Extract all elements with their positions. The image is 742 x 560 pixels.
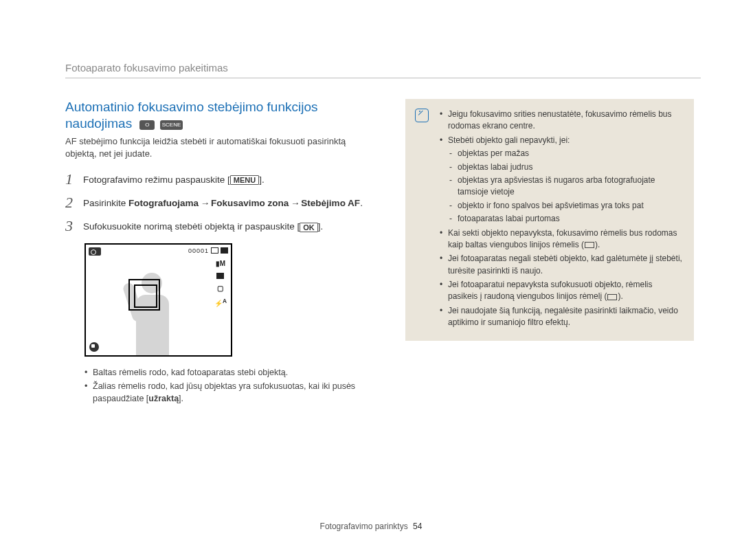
camera-mode-icon: [89, 247, 101, 256]
camera-stabilizer-icon: [89, 342, 99, 352]
note-item: Jeigu fokusavimo srities nenustatėte, fo…: [440, 109, 683, 133]
note-subitem: fotoaparatas labai purtomas: [448, 213, 683, 225]
camera-size-icon: ▮M: [216, 260, 225, 267]
note-item: Kai sekti objekto nepavyksta, fokusavimo…: [440, 227, 683, 251]
camera-focus-square: [128, 279, 160, 311]
sub-bullets: Baltas rėmelis rodo, kad fotoaparatas st…: [85, 366, 378, 405]
note-subitem: objektas yra apšviestas iš nugaros arba …: [448, 175, 683, 199]
camera-card-icon: [211, 247, 218, 254]
page-section-header: Fotoaparato fokusavimo pakeitimas: [65, 62, 701, 78]
note-icon: [415, 109, 429, 122]
note-item: Jei fotoaparatas negali stebėti objekto,…: [440, 253, 683, 277]
note-subitem: objekto ir fono spalvos bei apšvietimas …: [448, 200, 683, 212]
section-title: Automatinio fokusavimo stebėjimo funkcij…: [65, 99, 378, 133]
mode-badge-2: SCENE: [160, 120, 183, 130]
ok-button-icon: OK: [300, 223, 318, 232]
note-sublist: objektas per mažas objektas labai judrus…: [448, 148, 683, 225]
camera-shot-counter: 00001: [188, 247, 209, 254]
step-text: Sufokusuokite norimą stebėti objektą ir …: [83, 218, 323, 234]
menu-button-icon: MENU: [230, 175, 259, 185]
note-list: Jeigu fokusavimo srities nenustatėte, fo…: [440, 109, 683, 329]
left-column: Automatinio fokusavimo stebėjimo funkcij…: [65, 99, 378, 406]
right-column: Jeigu fokusavimo srities nenustatėte, fo…: [405, 99, 694, 406]
note-item: Jei naudojate šią funkciją, negalėsite p…: [440, 305, 683, 329]
step-text: Pasirinkite Fotografuojama → Fokusavimo …: [83, 194, 363, 210]
sub-bullet: Baltas rėmelis rodo, kad fotoaparatas st…: [85, 366, 378, 379]
mode-badge-1: O: [139, 120, 155, 130]
intro-text: AF stebėjimo funkcija leidžia stebėti ir…: [65, 135, 378, 160]
step-3: 3 Sufokusuokite norimą stebėti objektą i…: [65, 218, 378, 234]
steps-list: 1 Fotografavimo režimu paspauskite [MENU…: [65, 171, 378, 235]
note-subitem: objektas labai judrus: [448, 161, 683, 173]
step-number: 3: [65, 218, 83, 234]
camera-screen-illustration: 00001 ▮M ▢ ⚡A: [85, 243, 232, 357]
frame-rect-icon: [585, 242, 594, 248]
footer-label: Fotografavimo parinktys: [320, 522, 408, 531]
step-text: Fotografavimo režimu paspauskite [MENU].: [83, 171, 265, 187]
title-line-2: naudojimas: [65, 116, 132, 131]
camera-frame-icon: ▢: [217, 284, 223, 292]
page-footer: Fotografavimo parinktys 54: [0, 522, 742, 531]
note-box: Jeigu fokusavimo srities nenustatėte, fo…: [405, 99, 694, 341]
camera-flash-icon: ⚡A: [214, 298, 227, 307]
note-item: Jei fotoaparatui nepavyksta sufokusuoti …: [440, 279, 683, 303]
title-line-1: Automatinio fokusavimo stebėjimo funkcij…: [65, 100, 318, 114]
mode-badges: O SCENE: [139, 116, 184, 133]
note-subitem: objektas per mažas: [448, 148, 683, 159]
step-1: 1 Fotografavimo režimu paspauskite [MENU…: [65, 171, 378, 188]
camera-right-icons: ▮M ▢ ⚡A: [214, 260, 227, 307]
note-item: Stebėti objekto gali nepavykti, jei: obj…: [440, 135, 683, 225]
page-number: 54: [413, 522, 422, 531]
step-number: 2: [65, 194, 83, 211]
step-2: 2 Pasirinkite Fotografuojama → Fokusavim…: [65, 194, 378, 211]
camera-grid-icon: [216, 273, 224, 279]
camera-battery-icon: [221, 247, 228, 254]
sub-bullet: Žalias rėmelis rodo, kad jūsų objektas y…: [85, 380, 378, 405]
step-number: 1: [65, 171, 83, 188]
frame-rect-icon: [607, 294, 617, 300]
